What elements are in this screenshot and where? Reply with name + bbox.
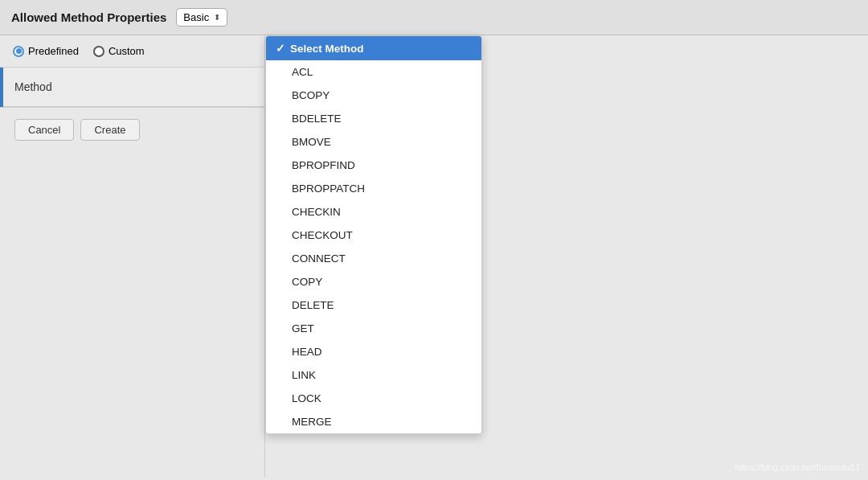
dropdown-item-lock[interactable]: LOCK: [266, 387, 481, 410]
dropdown-item-merge[interactable]: MERGE: [266, 410, 481, 433]
header-bar: Allowed Method Properties Basic ⬍: [0, 0, 868, 35]
radio-bar: Predefined Custom: [0, 35, 264, 68]
dropdown-item-checkout[interactable]: CHECKOUT: [266, 224, 481, 247]
dropdown-item-select-method[interactable]: ✓Select Method: [266, 36, 481, 60]
dropdown-item-acl[interactable]: ACL: [266, 60, 481, 84]
method-row: Method: [0, 68, 264, 107]
dropdown-item-bdelete[interactable]: BDELETE: [266, 107, 481, 130]
right-panel: ✓Select MethodACLBCOPYBDELETEBMOVEBPROPF…: [265, 35, 868, 478]
method-dropdown-list[interactable]: ✓Select MethodACLBCOPYBDELETEBMOVEBPROPF…: [265, 35, 482, 434]
radio-circle-custom: [93, 46, 104, 57]
checkmark-icon: ✓: [276, 42, 285, 55]
basic-dropdown-label: Basic: [183, 11, 209, 23]
radio-circle-predefined: [13, 46, 24, 57]
left-panel: Predefined Custom Method Cancel Create: [0, 35, 265, 478]
dropdown-item-connect[interactable]: CONNECT: [266, 247, 481, 270]
dropdown-item-bpropfind[interactable]: BPROPFIND: [266, 154, 481, 177]
dropdown-item-bcopy[interactable]: BCOPY: [266, 84, 481, 107]
dropdown-item-checkin[interactable]: CHECKIN: [266, 200, 481, 224]
page-title: Allowed Method Properties: [11, 10, 166, 24]
dropdown-item-link[interactable]: LINK: [266, 363, 481, 387]
radio-custom[interactable]: Custom: [93, 45, 145, 57]
dropdown-arrow-icon: ⬍: [214, 13, 220, 22]
dropdown-item-copy[interactable]: COPY: [266, 270, 481, 293]
left-blue-bar: [0, 68, 3, 107]
method-label: Method: [14, 80, 52, 93]
basic-dropdown[interactable]: Basic ⬍: [176, 8, 227, 27]
dropdown-item-delete[interactable]: DELETE: [266, 293, 481, 317]
buttons-row: Cancel Create: [0, 108, 264, 152]
watermark: https://blog.csdn.net/hanniutu11: [735, 462, 860, 472]
content-area: Predefined Custom Method Cancel Create: [0, 35, 868, 478]
radio-predefined-label: Predefined: [28, 45, 79, 57]
radio-predefined[interactable]: Predefined: [13, 45, 79, 57]
dropdown-item-head[interactable]: HEAD: [266, 340, 481, 363]
method-row-wrapper: Method: [0, 68, 264, 108]
create-button[interactable]: Create: [80, 119, 139, 141]
dropdown-item-get[interactable]: GET: [266, 317, 481, 340]
dropdown-item-bmove[interactable]: BMOVE: [266, 130, 481, 154]
dropdown-item-bproppatch[interactable]: BPROPPATCH: [266, 177, 481, 200]
cancel-button[interactable]: Cancel: [14, 119, 74, 141]
main-container: Allowed Method Properties Basic ⬍ Predef…: [0, 0, 868, 480]
radio-custom-label: Custom: [108, 45, 145, 57]
